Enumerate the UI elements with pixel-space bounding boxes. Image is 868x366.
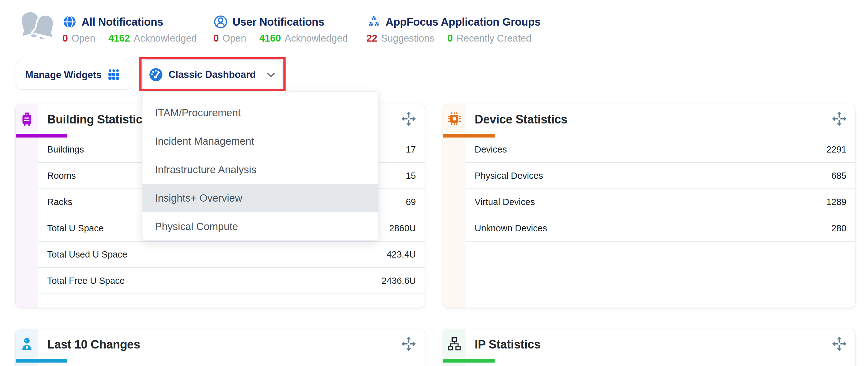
notification-group-title: AppFocus Application Groups xyxy=(385,16,540,28)
widget-title: Building Statistics xyxy=(47,113,149,126)
open-count: 0 xyxy=(62,33,68,44)
recently-created-label: Recently Created xyxy=(457,33,531,44)
dashboard-selector-button[interactable]: Classic Dashboard xyxy=(143,59,282,90)
appfocus-groups-summary[interactable]: AppFocus Application Groups 22 Suggestio… xyxy=(367,14,540,44)
table-row: Total Used U Space423.4U xyxy=(38,242,425,268)
row-label: Total Used U Space xyxy=(47,249,127,260)
row-value: 15 xyxy=(406,171,416,181)
widget-accent-bar xyxy=(443,359,495,363)
widget-title: IP Statistics xyxy=(475,338,540,351)
open-count: 0 xyxy=(213,33,219,44)
dropdown-item-physical-compute[interactable]: Physical Compute xyxy=(143,212,378,241)
row-label: Unknown Devices xyxy=(475,223,547,234)
notification-group-title: User Notifications xyxy=(232,16,324,28)
row-value: 69 xyxy=(406,197,416,207)
grid-icon xyxy=(107,68,121,82)
table-row: Unknown Devices280 xyxy=(466,215,855,242)
table-row: Devices2291 xyxy=(466,136,855,163)
cubes-icon xyxy=(367,15,381,29)
row-value: 17 xyxy=(406,144,416,155)
manage-widgets-label: Manage Widgets xyxy=(25,69,101,81)
globe-icon xyxy=(62,15,77,29)
widget-accent-bar xyxy=(16,359,67,363)
move-icon[interactable] xyxy=(832,111,847,127)
dashboard-page: All Notifications 0 Open 4162 Acknowledg… xyxy=(0,0,868,366)
widget-title: Device Statistics xyxy=(475,113,567,126)
gauge-icon xyxy=(148,67,163,82)
table-row: Total Free U Space2436.6U xyxy=(38,268,425,294)
row-value: 2291 xyxy=(826,144,846,155)
row-label: Virtual Devices xyxy=(475,197,535,207)
row-label: Buildings xyxy=(47,144,84,155)
person-icon xyxy=(20,337,34,351)
device-statistics-widget: Device Statistics Devices2291Physical De… xyxy=(443,104,856,308)
dashboard-selector-label: Classic Dashboard xyxy=(168,69,256,80)
acknowledged-label: Acknowledged xyxy=(285,33,348,44)
manage-widgets-button[interactable]: Manage Widgets xyxy=(16,60,130,90)
notification-group-stats: 0 Open 4160 Acknowledged xyxy=(213,33,348,44)
notification-group-stats: 0 Open 4162 Acknowledged xyxy=(62,33,197,44)
user-notifications-summary[interactable]: User Notifications 0 Open 4160 Acknowled… xyxy=(213,14,348,44)
row-value: 423.4U xyxy=(386,249,416,260)
notification-group-title: All Notifications xyxy=(82,16,163,28)
suitcase-icon xyxy=(20,112,34,126)
dropdown-item-incident-management[interactable]: Incident Management xyxy=(143,127,378,155)
last-10-changes-widget: Last 10 Changes xyxy=(15,329,425,366)
chip-icon xyxy=(447,112,462,126)
row-label: Physical Devices xyxy=(475,171,543,181)
ip-statistics-widget: IP Statistics xyxy=(443,329,856,366)
suggestions-count: 22 xyxy=(367,33,377,44)
row-label: Total U Space xyxy=(47,223,104,234)
dropdown-item-itam-procurement[interactable]: ITAM/Procurement xyxy=(143,98,378,127)
move-icon[interactable] xyxy=(401,336,416,352)
row-label: Racks xyxy=(47,197,72,207)
user-circle-icon xyxy=(213,15,228,29)
notification-group-stats: 22 Suggestions 0 Recently Created xyxy=(367,33,540,44)
open-label: Open xyxy=(222,33,246,44)
dashboard-dropdown-menu: ITAM/ProcurementIncident ManagementInfra… xyxy=(142,91,379,241)
table-row: Virtual Devices1289 xyxy=(466,189,855,215)
row-label: Rooms xyxy=(47,171,76,181)
acknowledged-count: 4162 xyxy=(108,33,130,44)
row-label: Total Free U Space xyxy=(47,276,125,286)
bells-icon xyxy=(16,7,59,45)
dropdown-item-insights-overview[interactable]: Insights+ Overview xyxy=(143,184,378,212)
dropdown-item-infrastructure-analysis[interactable]: Infrastructure Analysis xyxy=(143,155,378,184)
row-value: 2860U xyxy=(389,223,416,234)
row-value: 1289 xyxy=(826,197,846,207)
suggestions-label: Suggestions xyxy=(381,33,434,44)
acknowledged-count: 4160 xyxy=(259,33,281,44)
open-label: Open xyxy=(71,33,95,44)
acknowledged-label: Acknowledged xyxy=(134,33,197,44)
row-value: 280 xyxy=(832,223,846,234)
move-icon[interactable] xyxy=(832,336,847,352)
row-value: 2436.6U xyxy=(381,276,416,286)
all-notifications-summary[interactable]: All Notifications 0 Open 4162 Acknowledg… xyxy=(62,14,197,44)
row-label: Devices xyxy=(475,144,507,155)
recently-created-count: 0 xyxy=(447,33,453,44)
sitemap-icon xyxy=(447,337,462,351)
row-value: 685 xyxy=(832,171,846,181)
chevron-down-icon xyxy=(265,69,277,80)
move-icon[interactable] xyxy=(401,111,416,127)
widget-table: Devices2291Physical Devices685Virtual De… xyxy=(466,136,855,242)
widget-title: Last 10 Changes xyxy=(47,338,140,351)
table-row: Physical Devices685 xyxy=(466,163,855,189)
